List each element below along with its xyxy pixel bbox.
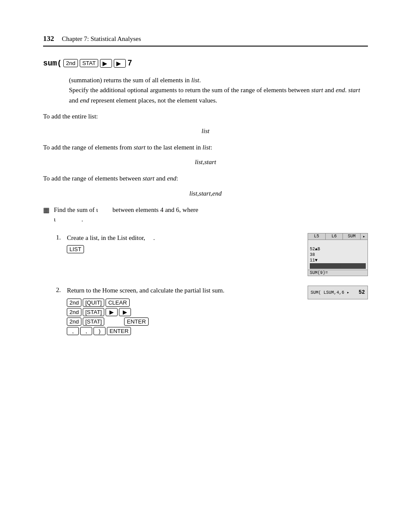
step-1-left: Create a list, in the List editor, . LIS…	[67, 233, 302, 254]
key-quit: [QUIT]	[83, 299, 104, 307]
step-2-content: Return to the Home screen, and calculate…	[67, 286, 368, 337]
syntax-3: list,start,end	[43, 190, 368, 197]
key-arrow-right-2: ▶	[114, 59, 126, 68]
key-clear: CLEAR	[106, 299, 129, 307]
key-comma-2: ,	[80, 327, 92, 335]
key-row-3: 2nd [STAT] ENTER	[67, 317, 302, 326]
key-stat-2: [STAT]	[83, 308, 105, 316]
key-2nd-2: 2nd	[67, 308, 81, 316]
key-right-1: ▶	[106, 308, 118, 316]
col-sum: SUM	[343, 233, 361, 240]
col-arrow: ▸	[361, 233, 367, 240]
calc-screen-body: 52▲B 38 11▼ ▓▓▓▓▓▓▓▓▓▓▓▓	[308, 240, 367, 270]
step-1-content: Create a list, in the List editor, . LIS…	[67, 233, 368, 276]
key-comma-1: ,	[67, 327, 79, 335]
key-row-1: 2nd [QUIT] CLEAR	[67, 299, 302, 307]
key-2nd: 2nd	[63, 59, 78, 67]
step-1-keys: LIST	[67, 245, 302, 253]
syntax-intro-3: To add the range of elements between sta…	[43, 174, 368, 184]
step-2: 2. Return to the Home screen, and calcul…	[56, 286, 368, 337]
step-2-key-rows: 2nd [QUIT] CLEAR 2nd [STAT] ▶ ▶	[67, 299, 302, 335]
step-2-number: 2.	[56, 286, 61, 294]
step-2-text: Return to the Home screen, and calculate…	[67, 286, 302, 296]
key-right-2: ▶	[119, 308, 131, 316]
syntax-2: list,start	[43, 159, 368, 166]
description-block: (summation) returns the sum of all eleme…	[69, 75, 368, 106]
steps-container: 1. Create a list, in the List editor, . …	[56, 233, 368, 337]
desc-text-2: Specify the additional optional argument…	[69, 87, 360, 103]
key-row-4: , , ) ENTER	[67, 327, 302, 335]
calc-screen-2: SUM( LSUM,4,6 ▸ 52	[308, 286, 368, 299]
col-l5: L5	[308, 233, 326, 240]
step-2-with-screen: Return to the Home screen, and calculate…	[67, 286, 368, 337]
example-section: ▦ Find the sum of ι between elements 4 a…	[43, 205, 368, 224]
key-2nd-1: 2nd	[67, 299, 81, 307]
calc-screen-header: L5 L6 SUM ▸	[308, 233, 367, 240]
col-l6: L6	[326, 233, 343, 240]
key-enter-2: ENTER	[107, 327, 131, 335]
syntax-intro-1: To add the entire list:	[43, 112, 368, 121]
step-1: 1. Create a list, in the List editor, . …	[56, 233, 368, 276]
key-stat: STAT	[80, 59, 98, 67]
step-1-text: Create a list, in the List editor, .	[67, 233, 302, 243]
calc-screen-1: L5 L6 SUM ▸ 52▲B 38 11▼	[308, 233, 368, 276]
desc-text-1: (summation) returns the sum of all eleme…	[69, 77, 201, 84]
page: 132 Chapter 7: Statistical Analyses sum(…	[0, 0, 411, 532]
key-enter-1: ENTER	[124, 317, 148, 326]
key-list: LIST	[67, 245, 84, 253]
command-number: 7	[128, 59, 132, 68]
page-header: 132 Chapter 7: Statistical Analyses	[43, 34, 368, 47]
page-number: 132	[43, 34, 54, 43]
step-1-screen: L5 L6 SUM ▸ 52▲B 38 11▼	[308, 233, 368, 276]
syntax-intro-2: To add the range of elements from start …	[43, 143, 368, 152]
key-stat-3: [STAT]	[83, 317, 105, 326]
key-row-2: 2nd [STAT] ▶ ▶	[67, 308, 302, 316]
example-icon: ▦	[43, 206, 50, 214]
command-line: sum( 2nd STAT ▶ ▶ 7	[43, 59, 368, 68]
step-2-left: Return to the Home screen, and calculate…	[67, 286, 302, 337]
example-text: Find the sum of ι between elements 4 and…	[54, 205, 198, 224]
syntax-1: list	[43, 128, 368, 135]
spacer-1	[106, 318, 123, 325]
command-name: sum(	[43, 59, 62, 68]
calc-result: 52	[359, 289, 365, 296]
key-2nd-3: 2nd	[67, 317, 81, 326]
calc-screen-footer: SUM(9)=	[308, 270, 367, 276]
key-arrow-right-1: ▶	[100, 59, 112, 68]
chapter-title: Chapter 7: Statistical Analyses	[62, 35, 141, 43]
calc-expr: SUM( LSUM,4,6 ▸	[311, 290, 349, 295]
key-rparen: )	[93, 327, 106, 335]
step-2-screen: SUM( LSUM,4,6 ▸ 52	[308, 286, 368, 299]
step-1-with-screen: Create a list, in the List editor, . LIS…	[67, 233, 368, 276]
step-1-number: 1.	[56, 234, 61, 241]
